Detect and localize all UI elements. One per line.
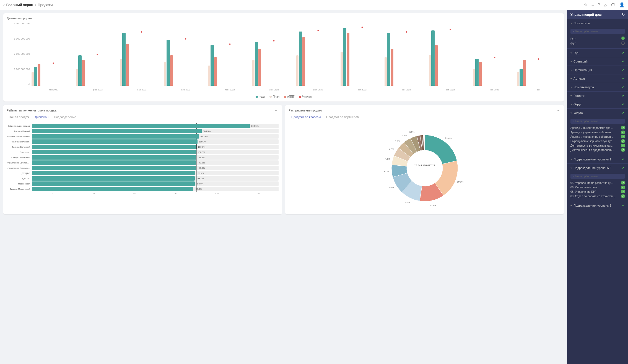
star-icon[interactable]: ☆ [584,2,588,7]
section-registr-header[interactable]: ▾ Регистр ✔ [567,92,628,100]
clock-icon[interactable]: ⏱ [611,2,615,7]
pokazatel-search-input[interactable] [575,30,622,33]
hbar-row-10: ДУ СЗО99.1% [7,176,279,181]
chevron-icon: ▾ [570,94,572,97]
section-sub3-check: ✔ [622,204,625,207]
bar-cream-11 [517,72,519,86]
check-deyat2[interactable]: Деятельность по предоставлени... [570,148,625,152]
distribution-more-button[interactable]: ⋯ [557,108,560,113]
tab-by-class[interactable]: Продажи по классам [289,114,323,120]
section-sub1-header[interactable]: ▾ Подразделение: уровень 1 ✔ [567,155,628,163]
section-pokazatel: ▾ Показатель ≡ руб фул [567,19,628,49]
bar-pink-1 [82,60,85,86]
bar-teal-3 [167,40,170,86]
back-button[interactable]: ‹ [3,3,5,7]
check-zernovye[interactable]: Выращивание зерновых культур [570,139,625,143]
check-deyat1-label: Деятельность вспомогательная... [570,144,621,147]
tab-division[interactable]: Дивизион [32,114,51,120]
bar-teal-8 [387,33,390,86]
section-sub2-header[interactable]: ▾ Подразделение: уровень 2 ✔ [567,164,628,172]
usluga-search-input[interactable] [575,120,622,123]
check-arenda3-box [621,135,625,138]
bar-group-5 [252,42,296,86]
check-05[interactable]: 05. Управление по развитию ди... [570,181,625,185]
section-registr: ▾ Регистр ✔ [567,92,628,100]
bar-pink-11 [523,60,526,86]
bar-teal-10 [475,59,479,86]
bar-cream-1 [76,69,78,86]
hbar-fill-4: 100.1% [32,145,196,149]
topbar: ‹ Главный экран ‹ Продажи ☆ ≡ ? ⌕ ⏱ 👤 [0,0,628,10]
donut-label-7: 4.3% [389,148,394,150]
section-artikul-check: ✔ [622,77,625,80]
user-icon[interactable]: 👤 [619,2,625,7]
section-nomenclature-check: ✔ [622,85,625,89]
sub2-search-input[interactable] [575,175,622,178]
hbar-track-2: 101.5% [32,134,279,139]
check-06[interactable]: 06. Филиальная сеть [570,185,625,189]
tab-subdivision[interactable]: Подразделение [51,114,79,120]
check-deyat1[interactable]: Деятельность вспомогательная... [570,143,625,148]
rating-title: Рейтинг выполнения плана продаж [7,109,56,112]
section-artikul-header[interactable]: ▾ Артикул ✔ [567,74,628,83]
legend-plan: План [269,95,279,98]
search-icon: ≡ [573,120,574,123]
donut-label-6: 4.5% [385,158,390,160]
check-deyat2-box [621,148,625,152]
sub2-search: ≡ [570,174,625,179]
help-icon[interactable]: ? [598,2,600,7]
x-label-5: июн 2022 [252,89,296,94]
home-breadcrumb[interactable]: Главный экран [6,3,33,7]
y-axis-labels: 4 000 000 000 3 000 000 000 2 000 000 00… [7,22,32,86]
dot-red-4 [229,43,230,45]
hbar-marker-8 [196,165,197,171]
section-org-header[interactable]: ▾ Организация ✔ [567,66,628,74]
radio-rub-circle [621,37,625,40]
section-pokazatel-header[interactable]: ▾ Показатель [567,19,628,27]
hbar-fill-9: 99.4% [32,171,195,175]
hbar-label-4: Филиал Волжский [7,146,30,148]
section-god-header[interactable]: ▾ Год ✔ [567,49,628,57]
section-okrug-header[interactable]: ▾ Округ ✔ [567,100,628,108]
radio-ful[interactable]: фул [570,41,625,46]
check-arenda2[interactable]: Аренда и управление собствен... [570,130,625,134]
panel-refresh-icon[interactable]: ↻ [622,13,625,17]
search-icon[interactable]: ⌕ [604,2,607,7]
section-usluga-header[interactable]: ▾ Услуга ✔ [567,109,628,117]
check-zernovye-label: Выращивание зерновых культур [570,140,621,143]
hbar-label-3: Филиал Волжский [7,141,30,143]
hbar-label-11: Московская [7,183,30,185]
tab-by-partner[interactable]: Продажи по партнерам [323,114,362,120]
check-09[interactable]: 09. Отдел по работе со строител... [570,194,625,198]
bar-chart-area [32,22,560,86]
hbar-value-5: 100.0% [198,151,205,154]
check-08-label: 08. Управление DIY [570,190,621,193]
tab-channel[interactable]: Канал продаж [7,114,32,120]
check-08[interactable]: 08. Управление DIY [570,189,625,194]
section-sub3-header[interactable]: ▾ Подразделение: уровень 3 ✔ [567,201,628,210]
dot-red-1 [97,54,98,55]
radio-rub[interactable]: руб [570,36,625,41]
legend-appg: АППГ [284,95,294,98]
bar-teal-2 [122,33,126,86]
bar-group-8 [385,33,428,86]
section-sub3-label: Подразделение: уровень 3 [573,204,611,207]
section-scenario-header[interactable]: ▾ Сценарий ✔ [567,57,628,66]
bar-group-7 [341,28,384,86]
bar-pink-9 [435,45,438,86]
bar-group-1 [76,55,120,86]
hbar-label-5: Поволжье [7,151,30,154]
distribution-title: Распределение продаж [289,109,322,112]
bar-teal-5 [255,42,258,86]
check-08-box [621,190,625,193]
section-nomenclature-header[interactable]: ▾ Номенклатура ✔ [567,83,628,91]
hbar-marker-11 [196,181,197,186]
check-arenda3[interactable]: Аренда и управление собствен... [570,134,625,139]
rating-more-button[interactable]: ⋯ [275,108,279,113]
check-arenda1[interactable]: Аренда и лизинг подъемно-тра... [570,126,625,130]
menu-icon[interactable]: ≡ [591,2,594,7]
chevron-down-icon: ▾ [570,167,572,170]
section-registr-label: Регистр [573,94,585,97]
check-arenda1-box [621,126,625,129]
hbar-label-1: Филиал Южный [7,130,30,132]
